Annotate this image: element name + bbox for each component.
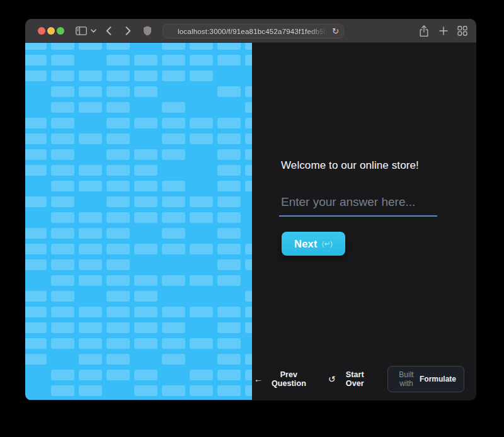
forward-button-icon[interactable]	[125, 19, 131, 43]
answer-field-wrapper	[279, 193, 437, 217]
share-icon[interactable]	[419, 19, 429, 43]
pattern-tile	[25, 118, 47, 128]
pattern-tile	[106, 71, 130, 81]
pattern-tile	[245, 370, 252, 380]
pattern-tile	[106, 181, 130, 191]
pattern-tile	[245, 133, 252, 144]
pattern-tile	[134, 71, 158, 81]
start-over-button[interactable]: ↺ Start Over	[328, 370, 371, 388]
pattern-tile	[25, 322, 47, 333]
pattern-tile	[217, 133, 241, 144]
pattern-tile	[106, 86, 130, 97]
pattern-tile	[134, 307, 158, 317]
pattern-tile	[245, 149, 252, 160]
pattern-tile	[190, 307, 213, 317]
pattern-tile	[245, 259, 252, 270]
pattern-tile	[25, 71, 47, 81]
pattern-tile	[106, 133, 130, 144]
pattern-tile	[217, 196, 241, 207]
pattern-tile	[217, 322, 241, 333]
pattern-tile	[134, 86, 158, 97]
reload-icon[interactable]: ↻	[332, 25, 339, 38]
pattern-tile	[217, 385, 241, 396]
pattern-tile	[106, 354, 130, 365]
pattern-tile	[162, 307, 185, 317]
pattern-tile	[217, 259, 241, 270]
pattern-tile	[162, 228, 185, 239]
pattern-tile	[79, 212, 102, 223]
pattern-tile	[190, 71, 213, 81]
badge-prefix: Built with	[396, 370, 417, 388]
pattern-tile	[51, 55, 74, 65]
pattern-tile	[134, 55, 158, 65]
privacy-shield-icon[interactable]	[143, 19, 152, 43]
pattern-tile	[79, 86, 102, 97]
pattern-tile	[217, 181, 241, 191]
pattern-tile	[162, 244, 185, 254]
pattern-tile	[106, 228, 130, 239]
address-bar[interactable]: localhost:3000/f/91ea81bc452a7943f1fedb5…	[163, 24, 344, 38]
built-with-formulate-badge[interactable]: Built with Formulate	[387, 366, 464, 392]
pattern-tile	[245, 322, 252, 333]
pattern-tile	[217, 212, 241, 223]
answer-input[interactable]	[279, 193, 437, 215]
pattern-tile	[79, 385, 102, 396]
sidebar-toggle-icon[interactable]	[76, 19, 87, 43]
zoom-button[interactable]	[57, 27, 64, 35]
pattern-tile	[79, 275, 102, 286]
pattern-tile	[245, 291, 252, 302]
pattern-tile	[51, 259, 74, 270]
pattern-tile	[51, 244, 74, 254]
pattern-tile	[190, 370, 213, 380]
new-tab-plus-icon[interactable]	[439, 19, 448, 43]
pattern-tile	[217, 165, 241, 176]
browser-titlebar: localhost:3000/f/91ea81bc452a7943f1fedb5…	[25, 19, 476, 43]
pattern-tile	[162, 149, 185, 160]
pattern-tile	[51, 338, 74, 349]
pattern-tile	[217, 118, 241, 128]
pattern-tile	[106, 307, 130, 317]
pattern-tile	[106, 196, 130, 207]
pattern-tile	[245, 354, 252, 365]
pattern-tile	[245, 165, 252, 176]
pattern-tile	[79, 244, 102, 254]
pattern-tile	[79, 133, 102, 144]
pattern-tile	[51, 370, 74, 380]
close-button[interactable]	[38, 27, 45, 35]
pattern-tile	[217, 370, 241, 380]
pattern-tile	[51, 149, 74, 160]
pattern-tile	[162, 354, 185, 365]
pattern-tile	[25, 307, 47, 317]
bottom-bar: ← Prev Question ↺ Start Over Built with …	[252, 370, 476, 388]
chevron-down-icon[interactable]	[91, 19, 96, 43]
prev-question-button[interactable]: ← Prev Question	[254, 370, 312, 388]
pattern-tile	[217, 228, 241, 239]
pattern-tile	[134, 338, 158, 349]
pattern-tile	[162, 385, 185, 396]
pattern-tile	[217, 354, 241, 365]
next-button[interactable]: Next (↵)	[282, 232, 345, 256]
page-content: Welcome to our online store! Next (↵) ← …	[25, 43, 476, 400]
pattern-tile	[79, 354, 102, 365]
pattern-tile	[25, 196, 47, 207]
pattern-tile	[245, 86, 252, 97]
pattern-tile	[79, 181, 102, 191]
minimize-button[interactable]	[47, 27, 55, 35]
tab-overview-icon[interactable]	[457, 19, 467, 43]
pattern-tile	[245, 43, 252, 50]
pattern-tile	[190, 212, 213, 223]
pattern-tile	[217, 275, 241, 286]
back-button-icon[interactable]	[106, 19, 112, 43]
pattern-tile	[162, 322, 185, 333]
pattern-tile	[106, 244, 130, 254]
pattern-tile	[25, 133, 47, 144]
pattern-tile	[217, 307, 241, 317]
pattern-tile	[25, 338, 47, 349]
pattern-tile	[190, 385, 213, 396]
browser-window: localhost:3000/f/91ea81bc452a7943f1fedb5…	[25, 19, 476, 400]
pattern-tile	[217, 86, 241, 97]
pattern-tile	[51, 43, 74, 50]
pattern-tile	[134, 196, 158, 207]
pattern-tile	[106, 43, 130, 50]
pattern-tile	[51, 118, 74, 128]
